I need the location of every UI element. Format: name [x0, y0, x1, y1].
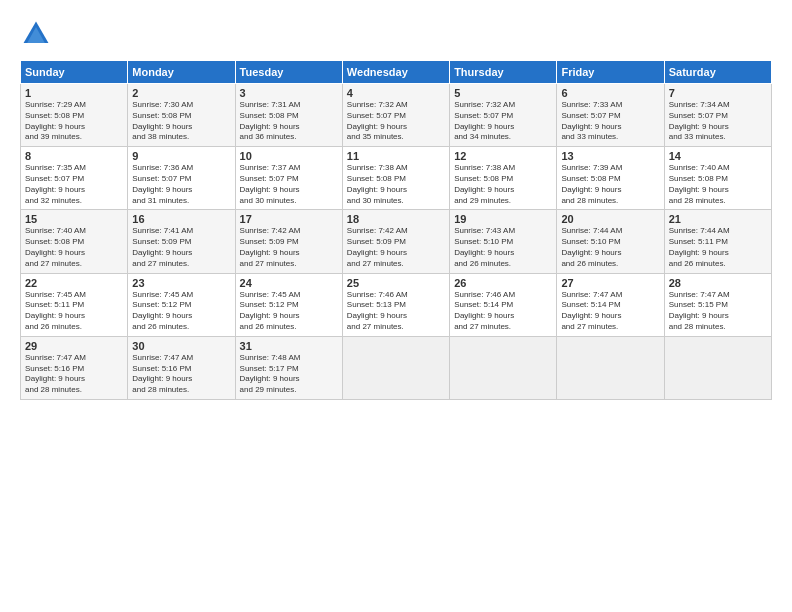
day-number: 2: [132, 87, 230, 99]
day-info: Sunrise: 7:32 AM Sunset: 5:07 PM Dayligh…: [347, 100, 445, 143]
day-number: 3: [240, 87, 338, 99]
week-row-4: 22Sunrise: 7:45 AM Sunset: 5:11 PM Dayli…: [21, 273, 772, 336]
day-number: 15: [25, 213, 123, 225]
day-info: Sunrise: 7:45 AM Sunset: 5:11 PM Dayligh…: [25, 290, 123, 333]
day-info: Sunrise: 7:37 AM Sunset: 5:07 PM Dayligh…: [240, 163, 338, 206]
day-info: Sunrise: 7:42 AM Sunset: 5:09 PM Dayligh…: [240, 226, 338, 269]
logo: [20, 18, 58, 50]
day-info: Sunrise: 7:29 AM Sunset: 5:08 PM Dayligh…: [25, 100, 123, 143]
day-number: 28: [669, 277, 767, 289]
logo-icon: [20, 18, 52, 50]
day-info: Sunrise: 7:35 AM Sunset: 5:07 PM Dayligh…: [25, 163, 123, 206]
calendar-table: SundayMondayTuesdayWednesdayThursdayFrid…: [20, 60, 772, 400]
weekday-header-sunday: Sunday: [21, 61, 128, 84]
day-info: Sunrise: 7:45 AM Sunset: 5:12 PM Dayligh…: [240, 290, 338, 333]
empty-cell: [342, 336, 449, 399]
day-number: 6: [561, 87, 659, 99]
day-info: Sunrise: 7:38 AM Sunset: 5:08 PM Dayligh…: [347, 163, 445, 206]
day-number: 12: [454, 150, 552, 162]
day-info: Sunrise: 7:31 AM Sunset: 5:08 PM Dayligh…: [240, 100, 338, 143]
day-info: Sunrise: 7:46 AM Sunset: 5:14 PM Dayligh…: [454, 290, 552, 333]
day-info: Sunrise: 7:47 AM Sunset: 5:15 PM Dayligh…: [669, 290, 767, 333]
day-number: 25: [347, 277, 445, 289]
day-cell-1: 1Sunrise: 7:29 AM Sunset: 5:08 PM Daylig…: [21, 84, 128, 147]
day-cell-4: 4Sunrise: 7:32 AM Sunset: 5:07 PM Daylig…: [342, 84, 449, 147]
day-cell-6: 6Sunrise: 7:33 AM Sunset: 5:07 PM Daylig…: [557, 84, 664, 147]
page: SundayMondayTuesdayWednesdayThursdayFrid…: [0, 0, 792, 612]
day-cell-5: 5Sunrise: 7:32 AM Sunset: 5:07 PM Daylig…: [450, 84, 557, 147]
day-number: 18: [347, 213, 445, 225]
day-number: 27: [561, 277, 659, 289]
day-info: Sunrise: 7:47 AM Sunset: 5:16 PM Dayligh…: [25, 353, 123, 396]
day-cell-24: 24Sunrise: 7:45 AM Sunset: 5:12 PM Dayli…: [235, 273, 342, 336]
day-info: Sunrise: 7:46 AM Sunset: 5:13 PM Dayligh…: [347, 290, 445, 333]
day-info: Sunrise: 7:42 AM Sunset: 5:09 PM Dayligh…: [347, 226, 445, 269]
day-cell-16: 16Sunrise: 7:41 AM Sunset: 5:09 PM Dayli…: [128, 210, 235, 273]
day-number: 30: [132, 340, 230, 352]
day-info: Sunrise: 7:44 AM Sunset: 5:11 PM Dayligh…: [669, 226, 767, 269]
week-row-5: 29Sunrise: 7:47 AM Sunset: 5:16 PM Dayli…: [21, 336, 772, 399]
day-number: 19: [454, 213, 552, 225]
day-number: 5: [454, 87, 552, 99]
day-info: Sunrise: 7:43 AM Sunset: 5:10 PM Dayligh…: [454, 226, 552, 269]
weekday-header-tuesday: Tuesday: [235, 61, 342, 84]
day-number: 23: [132, 277, 230, 289]
day-info: Sunrise: 7:33 AM Sunset: 5:07 PM Dayligh…: [561, 100, 659, 143]
day-number: 24: [240, 277, 338, 289]
week-row-1: 1Sunrise: 7:29 AM Sunset: 5:08 PM Daylig…: [21, 84, 772, 147]
day-cell-30: 30Sunrise: 7:47 AM Sunset: 5:16 PM Dayli…: [128, 336, 235, 399]
day-cell-22: 22Sunrise: 7:45 AM Sunset: 5:11 PM Dayli…: [21, 273, 128, 336]
day-cell-17: 17Sunrise: 7:42 AM Sunset: 5:09 PM Dayli…: [235, 210, 342, 273]
day-info: Sunrise: 7:47 AM Sunset: 5:16 PM Dayligh…: [132, 353, 230, 396]
day-cell-11: 11Sunrise: 7:38 AM Sunset: 5:08 PM Dayli…: [342, 147, 449, 210]
week-row-3: 15Sunrise: 7:40 AM Sunset: 5:08 PM Dayli…: [21, 210, 772, 273]
day-number: 26: [454, 277, 552, 289]
day-number: 4: [347, 87, 445, 99]
header: [20, 18, 772, 50]
day-cell-14: 14Sunrise: 7:40 AM Sunset: 5:08 PM Dayli…: [664, 147, 771, 210]
day-info: Sunrise: 7:41 AM Sunset: 5:09 PM Dayligh…: [132, 226, 230, 269]
day-info: Sunrise: 7:39 AM Sunset: 5:08 PM Dayligh…: [561, 163, 659, 206]
day-info: Sunrise: 7:32 AM Sunset: 5:07 PM Dayligh…: [454, 100, 552, 143]
day-cell-3: 3Sunrise: 7:31 AM Sunset: 5:08 PM Daylig…: [235, 84, 342, 147]
day-cell-2: 2Sunrise: 7:30 AM Sunset: 5:08 PM Daylig…: [128, 84, 235, 147]
day-number: 13: [561, 150, 659, 162]
day-cell-15: 15Sunrise: 7:40 AM Sunset: 5:08 PM Dayli…: [21, 210, 128, 273]
day-cell-18: 18Sunrise: 7:42 AM Sunset: 5:09 PM Dayli…: [342, 210, 449, 273]
day-number: 16: [132, 213, 230, 225]
day-number: 21: [669, 213, 767, 225]
day-cell-25: 25Sunrise: 7:46 AM Sunset: 5:13 PM Dayli…: [342, 273, 449, 336]
weekday-header-monday: Monday: [128, 61, 235, 84]
day-cell-20: 20Sunrise: 7:44 AM Sunset: 5:10 PM Dayli…: [557, 210, 664, 273]
weekday-header-wednesday: Wednesday: [342, 61, 449, 84]
day-number: 1: [25, 87, 123, 99]
day-cell-19: 19Sunrise: 7:43 AM Sunset: 5:10 PM Dayli…: [450, 210, 557, 273]
day-cell-28: 28Sunrise: 7:47 AM Sunset: 5:15 PM Dayli…: [664, 273, 771, 336]
day-number: 29: [25, 340, 123, 352]
day-number: 10: [240, 150, 338, 162]
day-cell-21: 21Sunrise: 7:44 AM Sunset: 5:11 PM Dayli…: [664, 210, 771, 273]
empty-cell: [557, 336, 664, 399]
day-cell-9: 9Sunrise: 7:36 AM Sunset: 5:07 PM Daylig…: [128, 147, 235, 210]
day-info: Sunrise: 7:36 AM Sunset: 5:07 PM Dayligh…: [132, 163, 230, 206]
day-info: Sunrise: 7:30 AM Sunset: 5:08 PM Dayligh…: [132, 100, 230, 143]
day-info: Sunrise: 7:48 AM Sunset: 5:17 PM Dayligh…: [240, 353, 338, 396]
empty-cell: [664, 336, 771, 399]
week-row-2: 8Sunrise: 7:35 AM Sunset: 5:07 PM Daylig…: [21, 147, 772, 210]
day-cell-13: 13Sunrise: 7:39 AM Sunset: 5:08 PM Dayli…: [557, 147, 664, 210]
weekday-header-friday: Friday: [557, 61, 664, 84]
day-number: 20: [561, 213, 659, 225]
day-number: 31: [240, 340, 338, 352]
empty-cell: [450, 336, 557, 399]
day-cell-27: 27Sunrise: 7:47 AM Sunset: 5:14 PM Dayli…: [557, 273, 664, 336]
day-cell-23: 23Sunrise: 7:45 AM Sunset: 5:12 PM Dayli…: [128, 273, 235, 336]
day-info: Sunrise: 7:34 AM Sunset: 5:07 PM Dayligh…: [669, 100, 767, 143]
day-info: Sunrise: 7:47 AM Sunset: 5:14 PM Dayligh…: [561, 290, 659, 333]
weekday-header-thursday: Thursday: [450, 61, 557, 84]
day-cell-10: 10Sunrise: 7:37 AM Sunset: 5:07 PM Dayli…: [235, 147, 342, 210]
weekday-header-saturday: Saturday: [664, 61, 771, 84]
day-cell-7: 7Sunrise: 7:34 AM Sunset: 5:07 PM Daylig…: [664, 84, 771, 147]
day-cell-26: 26Sunrise: 7:46 AM Sunset: 5:14 PM Dayli…: [450, 273, 557, 336]
day-number: 14: [669, 150, 767, 162]
weekday-header-row: SundayMondayTuesdayWednesdayThursdayFrid…: [21, 61, 772, 84]
